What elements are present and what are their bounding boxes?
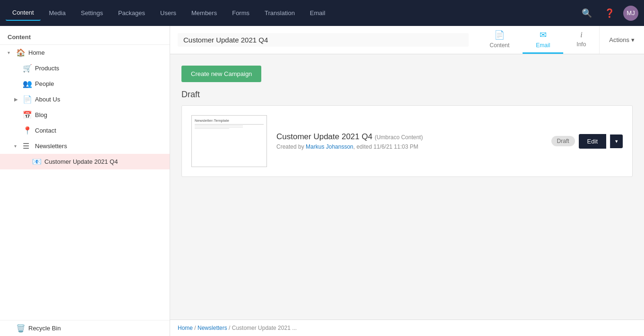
campaign-card: Newsletter-Template Customer Update 2021…	[181, 105, 633, 177]
edit-button[interactable]: Edit	[579, 134, 606, 149]
tree-label-people: People	[35, 80, 54, 87]
nav-forms[interactable]: Forms	[225, 6, 256, 20]
tree-label-contact: Contact	[35, 127, 56, 134]
newsletters-icon: ☰	[23, 142, 32, 151]
breadcrumb-sep2: /	[229, 325, 232, 331]
tab-info[interactable]: i Info	[563, 26, 599, 54]
nav-users[interactable]: Users	[154, 6, 183, 20]
expand-arrow-home: ▾	[8, 50, 13, 55]
campaign-source: (Umbraco Content)	[375, 134, 423, 141]
breadcrumb-newsletters[interactable]: Newsletters	[197, 325, 227, 331]
create-campaign-button[interactable]: Create new Campaign	[181, 66, 261, 82]
campaign-name: Customer Update 2021 Q4 (Umbraco Content…	[276, 132, 542, 142]
expand-arrow-about: ▶	[14, 97, 20, 102]
breadcrumb: Home / Newsletters / Customer Update 202…	[170, 319, 644, 336]
actions-chevron-icon: ▾	[631, 36, 635, 43]
campaign-title-text: Customer Update 2021 Q4	[276, 132, 372, 141]
nav-translation[interactable]: Translation	[258, 6, 301, 20]
campaign-edited-date: 11/6/21 11:03 PM	[373, 143, 418, 150]
campaign-actions: Draft Edit ▾	[551, 134, 623, 149]
tree-label-newsletters: Newsletters	[35, 143, 67, 150]
nav-members[interactable]: Members	[185, 6, 223, 20]
status-badge: Draft	[551, 136, 575, 146]
draft-section-title: Draft	[181, 90, 633, 100]
tree-item-people[interactable]: 👥 People	[0, 76, 170, 92]
recycle-bin-section: 🗑️ Recycle Bin	[0, 320, 170, 336]
main-content: 📄 Content ✉ Email i Info Actions ▾ Creat…	[170, 26, 644, 336]
sidebar-header: Content	[0, 26, 170, 45]
tab-content[interactable]: 📄 Content	[476, 26, 523, 54]
sidebar: Content ▾ 🏠 Home 🛒 Products 👥 People ▶ 📄…	[0, 26, 170, 336]
blog-icon: 📅	[23, 110, 32, 119]
top-navigation: Content Media Settings Packages Users Me…	[0, 0, 644, 26]
main-layout: Content ▾ 🏠 Home 🛒 Products 👥 People ▶ 📄…	[0, 26, 644, 336]
campaign-meta: Created by Markus Johansson, edited 11/6…	[276, 143, 542, 150]
nav-media[interactable]: Media	[43, 6, 72, 20]
edit-dropdown-button[interactable]: ▾	[610, 134, 623, 148]
tree-item-newsletters[interactable]: ▾ ☰ Newsletters	[0, 138, 170, 154]
email-doc-icon: 📧	[32, 157, 42, 166]
tree-label-home: Home	[28, 49, 45, 56]
actions-button[interactable]: Actions ▾	[599, 26, 644, 54]
content-tab-icon: 📄	[494, 30, 505, 40]
nav-email[interactable]: Email	[303, 6, 332, 20]
thumb-line-2	[195, 127, 243, 127]
people-icon: 👥	[23, 79, 32, 88]
campaign-edited-label: edited	[356, 143, 372, 150]
tree-label-customer-update: Customer Update 2021 Q4	[44, 158, 118, 165]
expand-arrow-newsletters: ▾	[14, 143, 20, 149]
page-title-input[interactable]	[178, 33, 469, 47]
contact-icon: 📍	[23, 126, 32, 135]
tree-item-recycle-bin[interactable]: 🗑️ Recycle Bin	[0, 320, 170, 336]
content-body: Create new Campaign Draft Newsletter-Tem…	[170, 54, 644, 319]
thumb-title: Newsletter-Template	[195, 118, 264, 123]
breadcrumb-current: Customer Update 2021 ...	[232, 325, 297, 331]
tree-label-recycle-bin: Recycle Bin	[28, 325, 61, 332]
thumb-line-3	[195, 128, 229, 129]
tab-email-label: Email	[536, 42, 550, 49]
nav-packages[interactable]: Packages	[112, 6, 152, 20]
campaign-thumbnail: Newsletter-Template	[191, 115, 267, 167]
tree-label-about: About Us	[35, 96, 60, 103]
tree-item-home[interactable]: ▾ 🏠 Home	[0, 45, 170, 60]
tree-label-products: Products	[35, 65, 59, 72]
tree-item-products[interactable]: 🛒 Products	[0, 60, 170, 76]
nav-right-area: 🔍 ❓ MJ	[578, 6, 638, 21]
campaign-author-link[interactable]: Markus Johansson	[306, 143, 353, 150]
thumb-divider	[195, 124, 264, 125]
thumb-line-1	[195, 126, 243, 126]
email-tab-icon: ✉	[540, 30, 547, 40]
info-tab-icon: i	[580, 31, 582, 39]
home-icon: 🏠	[16, 48, 26, 57]
nav-settings[interactable]: Settings	[74, 6, 110, 20]
tree-item-blog[interactable]: 📅 Blog	[0, 107, 170, 123]
tree-item-about[interactable]: ▶ 📄 About Us	[0, 92, 170, 107]
tree-item-contact[interactable]: 📍 Contact	[0, 123, 170, 138]
help-button[interactable]: ❓	[601, 6, 618, 20]
header-tabs: 📄 Content ✉ Email i Info	[476, 26, 599, 54]
user-avatar[interactable]: MJ	[623, 6, 638, 21]
actions-label: Actions	[609, 36, 629, 43]
title-area	[170, 26, 476, 54]
tab-info-label: Info	[576, 41, 586, 48]
search-button[interactable]: 🔍	[578, 6, 596, 20]
about-icon: 📄	[23, 95, 32, 104]
tab-email[interactable]: ✉ Email	[523, 26, 563, 54]
tree-label-blog: Blog	[35, 111, 47, 118]
nav-content[interactable]: Content	[6, 5, 41, 21]
tab-content-label: Content	[489, 42, 509, 49]
campaign-info: Customer Update 2021 Q4 (Umbraco Content…	[276, 132, 542, 150]
content-header: 📄 Content ✉ Email i Info Actions ▾	[170, 26, 644, 54]
tree-item-customer-update[interactable]: 📧 Customer Update 2021 Q4	[0, 154, 170, 169]
recycle-bin-icon: 🗑️	[16, 324, 26, 333]
products-icon: 🛒	[23, 64, 32, 73]
breadcrumb-home[interactable]: Home	[178, 325, 193, 331]
